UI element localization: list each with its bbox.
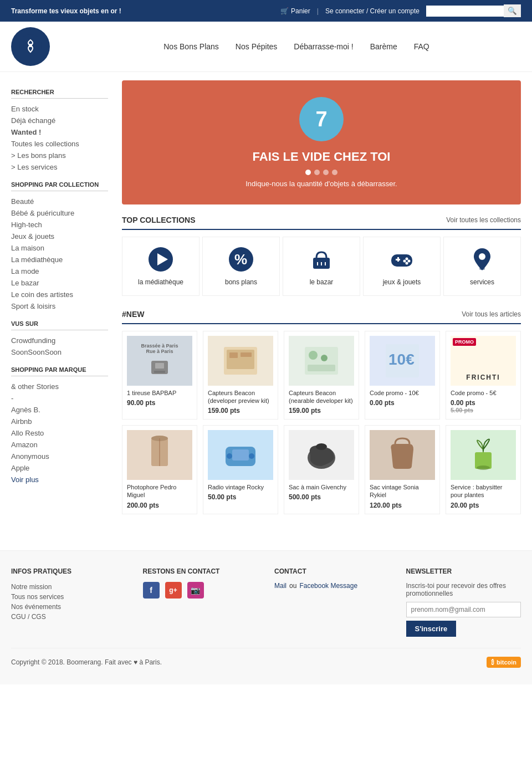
footer-newsletter: NEWSLETTER Inscris-toi pour recevoir des… [406, 567, 521, 637]
sidebar-item-le-bazar[interactable]: Le bazar [11, 277, 108, 289]
footer-contact-title: RESTONS EN CONTACT [143, 567, 258, 575]
nav-debarrasse[interactable]: Débarrasse-moi ! [294, 42, 353, 51]
account-link[interactable]: Se connecter / Créer un compte [325, 7, 420, 15]
footer-grid: INFOS PRATIQUES Notre mission Tous nos s… [11, 567, 521, 637]
product-name: Sac à main Givenchy [289, 483, 354, 491]
svg-point-17 [479, 253, 485, 260]
footer-newsletter-title: NEWSLETTER [406, 567, 521, 575]
sidebar-item-soonsoon[interactable]: SoonSoonSoon [11, 346, 108, 358]
product-name: Service : babysitter pour plantes [451, 483, 516, 499]
footer-nos-evenements[interactable]: Nos événements [11, 602, 126, 612]
svg-point-37 [227, 453, 232, 459]
sidebar-item-amazon[interactable]: Amazon [11, 439, 108, 451]
sidebar-item-bons-plans[interactable]: > Les bons plans [11, 150, 108, 161]
footer-infos: INFOS PRATIQUES Notre mission Tous nos s… [11, 567, 126, 637]
footer-notre-mission[interactable]: Notre mission [11, 582, 126, 592]
search-button[interactable]: 🔍 [504, 4, 521, 17]
collection-bazar[interactable]: le bazar [283, 237, 360, 296]
sidebar-item-en-stock[interactable]: En stock [11, 103, 108, 115]
sidebar-rechercher-title: RECHERCHER [11, 89, 108, 99]
sidebar-item-la-mode[interactable]: La mode [11, 265, 108, 277]
hero-dot-1[interactable] [305, 170, 311, 175]
product-card[interactable]: PROMO FRICHTI Code promo - 5€ 0.00 pts 5… [446, 331, 521, 420]
sidebar-item-la-maison[interactable]: La maison [11, 242, 108, 254]
nav-pepites[interactable]: Nos Pépites [236, 42, 277, 51]
product-image [208, 430, 273, 480]
svg-rect-20 [155, 363, 164, 369]
sidebar-item-dash[interactable]: - [11, 392, 108, 404]
product-card[interactable]: Sac à main Givenchy 500.00 pts [284, 425, 359, 514]
collections-grid: la médiathèque % bons plans le [122, 237, 521, 296]
collection-mediatheque[interactable]: la médiathèque [122, 237, 200, 296]
svg-point-16 [406, 262, 408, 265]
sidebar-item-agnes-b[interactable]: Agnès B. [11, 404, 108, 416]
sidebar-item-voir-plus[interactable]: Voir plus [11, 474, 108, 485]
nav-bareme[interactable]: Barème [370, 42, 397, 51]
facebook-icon[interactable]: f [143, 582, 160, 599]
collection-bons-plans[interactable]: % bons plans [202, 237, 280, 296]
search-input[interactable] [426, 6, 504, 17]
bitcoin-badge: ₿ bitcoin [487, 657, 521, 668]
footer-facebook-message-link[interactable]: Facebook Message [299, 582, 357, 590]
collection-services[interactable]: services [443, 237, 521, 296]
voir-toutes-collections-link[interactable]: Voir toutes les collections [446, 216, 521, 224]
nav-bons-plans[interactable]: Nos Bons Plans [163, 42, 219, 51]
main-content: 7 FAIS LE VIDE CHEZ TOI Indique-nous la … [122, 80, 521, 525]
footer-cgu[interactable]: CGU / CGS [11, 612, 126, 622]
sidebar-item-sport-loisirs[interactable]: Sport & loisirs [11, 300, 108, 312]
hero-icon: 7 [299, 97, 344, 141]
footer-nos-services[interactable]: Tous nos services [11, 592, 126, 602]
sidebar-item-anonymous[interactable]: Anonymous [11, 451, 108, 462]
product-card[interactable]: 10€ Code promo - 10€ 0.00 pts [365, 331, 440, 420]
sidebar-item-le-coin-artistes[interactable]: Le coin des artistes [11, 289, 108, 300]
product-card[interactable]: Sac vintage Sonia Rykiel 120.00 pts [365, 425, 440, 514]
product-image: 10€ [370, 336, 435, 386]
voir-tous-articles-link[interactable]: Voir tous les articles [462, 310, 521, 318]
svg-point-38 [249, 453, 254, 459]
sidebar-item-toutes-collections[interactable]: Toutes les collections [11, 138, 108, 150]
product-image [370, 430, 435, 480]
product-card[interactable]: Photophore Pedro Miguel 200.00 pts [122, 425, 197, 514]
sidebar-item-wanted[interactable]: Wanted ! [11, 126, 108, 138]
nav-faq[interactable]: FAQ [414, 42, 429, 51]
product-card[interactable]: Brassée à ParisRue à Paris 1 tireuse BAP… [122, 331, 197, 420]
copyright-text: Copyright © 2018. Boomerang. Fait avec ♥… [11, 658, 162, 666]
sidebar-item-apple[interactable]: Apple [11, 462, 108, 474]
product-card[interactable]: Capteurs Beacon (developer preview kit) … [203, 331, 278, 420]
svg-rect-12 [397, 257, 399, 262]
collection-bons-plans-label: bons plans [225, 278, 257, 286]
instagram-icon[interactable]: 📷 [187, 582, 204, 599]
hero-banner[interactable]: 7 FAIS LE VIDE CHEZ TOI Indique-nous la … [122, 80, 521, 204]
sidebar-item-la-mediatheque[interactable]: La médiathèque [11, 254, 108, 265]
product-card[interactable]: Service : babysitter pour plantes 20.00 … [446, 425, 521, 514]
hero-dot-3[interactable] [323, 170, 329, 175]
header: Nos Bons Plans Nos Pépites Débarrasse-mo… [0, 22, 532, 72]
product-card[interactable]: Radio vintage Rocky 50.00 pts [203, 425, 278, 514]
products-grid: Brassée à ParisRue à Paris 1 tireuse BAP… [122, 331, 521, 514]
sidebar-item-les-services[interactable]: > Les services [11, 161, 108, 173]
footer-contact: CONTACT Mail ou Facebook Message [274, 567, 390, 637]
sidebar-item-deja-echange[interactable]: Déjà échangé [11, 115, 108, 126]
sidebar-item-bebe[interactable]: Bébé & puériculture [11, 207, 108, 219]
newsletter-input[interactable] [406, 602, 521, 617]
sidebar-item-high-tech[interactable]: High-tech [11, 219, 108, 231]
cart-link[interactable]: 🛒 Panier [280, 7, 310, 15]
hero-dot-4[interactable] [332, 170, 337, 175]
googleplus-icon[interactable]: g+ [165, 582, 182, 599]
sidebar-item-jeux-jouets[interactable]: Jeux & jouets [11, 231, 108, 242]
logo[interactable] [11, 27, 50, 66]
sidebar-item-airbnb[interactable]: Airbnb [11, 416, 108, 427]
sidebar-item-crowdfunding[interactable]: Crowdfunding [11, 335, 108, 346]
product-image [289, 336, 354, 386]
sidebar-item-beaute[interactable]: Beauté [11, 196, 108, 207]
hero-dot-2[interactable] [314, 170, 320, 175]
sidebar-item-allo-resto[interactable]: Allo Resto [11, 427, 108, 439]
product-card[interactable]: Capteurs Beacon (nearable developer kit)… [284, 331, 359, 420]
newsletter-subscribe-button[interactable]: S'inscrire [406, 621, 457, 637]
sidebar-item-other-stories[interactable]: & other Stories [11, 381, 108, 392]
product-price: 90.00 pts [127, 399, 192, 407]
footer-contact-links: Mail ou Facebook Message [274, 582, 390, 590]
product-price: 0.00 pts [451, 399, 516, 407]
collection-jeux-jouets[interactable]: jeux & jouets [363, 237, 441, 296]
footer-mail-link[interactable]: Mail [274, 582, 287, 590]
